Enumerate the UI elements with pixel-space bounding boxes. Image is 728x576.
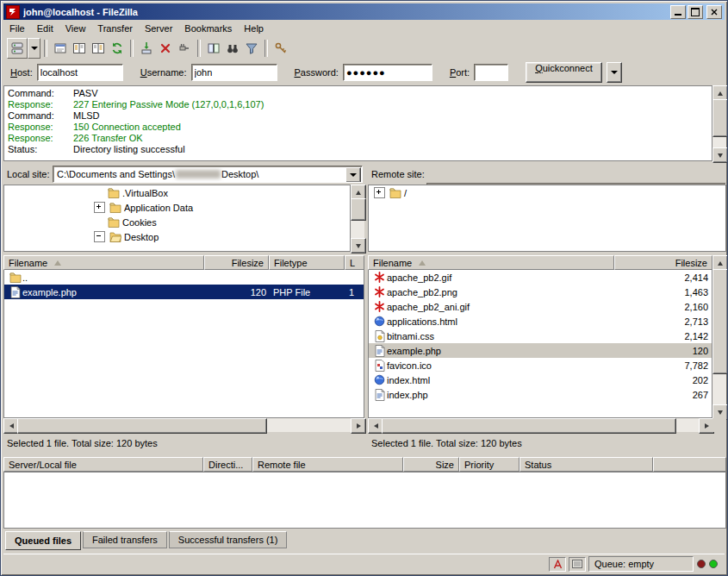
tree-item-application-data[interactable]: Application Data	[4, 200, 350, 215]
quickconnect-button[interactable]: Quickconnect	[526, 62, 602, 83]
username-input[interactable]	[191, 64, 277, 81]
title-bar[interactable]: john@localhost - FileZilla	[3, 3, 725, 20]
tab-successful-transfers[interactable]: Successful transfers (1)	[169, 531, 288, 548]
scrollbar-thumb[interactable]	[382, 418, 676, 434]
filter-button[interactable]	[242, 39, 261, 58]
host-input[interactable]	[37, 64, 123, 81]
file-row[interactable]: index.php 267	[369, 387, 712, 402]
tree-item-cookies[interactable]: Cookies	[4, 215, 350, 229]
file-row-selected[interactable]: example.php 120	[369, 343, 712, 358]
remote-list-hscrollbar[interactable]	[368, 418, 712, 432]
toggle-local-tree-button[interactable]	[70, 39, 89, 58]
scrollbar-thumb[interactable]	[17, 418, 267, 434]
menu-bar: File Edit View Transfer Server Bookmarks…	[3, 20, 725, 36]
tab-failed-transfers[interactable]: Failed transfers	[83, 531, 167, 548]
queue-header: Server/Local file Directi... Remote file…	[3, 457, 726, 472]
column-status[interactable]: Status	[520, 457, 653, 472]
close-button[interactable]	[706, 5, 722, 19]
port-input[interactable]	[474, 64, 508, 81]
scroll-down-button[interactable]	[712, 147, 728, 163]
remote-tree-icon	[91, 41, 105, 55]
filter-icon	[245, 41, 258, 55]
tab-queued-files[interactable]: Queued files	[5, 531, 81, 550]
local-tree-scrollbar[interactable]	[351, 185, 364, 252]
column-direction[interactable]: Directi...	[203, 457, 252, 472]
disconnect-button[interactable]	[175, 39, 194, 58]
column-filesize[interactable]: Filesize	[614, 255, 712, 270]
site-manager-button[interactable]	[7, 38, 28, 59]
column-server-local-file[interactable]: Server/Local file	[3, 457, 203, 472]
local-list-hscrollbar[interactable]	[3, 418, 364, 432]
menu-file[interactable]: File	[3, 22, 31, 35]
scroll-right-button[interactable]	[351, 418, 366, 434]
menu-server[interactable]: Server	[139, 22, 178, 35]
column-lastmodified[interactable]: L	[345, 255, 364, 270]
maximize-button[interactable]	[688, 5, 703, 19]
log-scrollbar[interactable]	[712, 85, 726, 161]
column-filename[interactable]: Filename	[368, 255, 614, 270]
disconnect-icon	[177, 41, 191, 55]
scrollbar-thumb[interactable]	[712, 269, 728, 374]
tree-item-virtualbox[interactable]: .VirtualBox	[4, 185, 350, 200]
folder-icon	[106, 187, 121, 198]
tree-item-desktop[interactable]: Desktop	[4, 229, 350, 244]
file-row[interactable]: applications.html 2,713	[369, 314, 712, 329]
image-file-icon	[372, 301, 387, 312]
combo-dropdown-button[interactable]	[345, 167, 361, 183]
menu-help[interactable]: Help	[238, 22, 270, 35]
scroll-down-button[interactable]	[351, 238, 366, 254]
column-filename[interactable]: Filename	[3, 255, 204, 270]
file-row[interactable]: apache_pb2_ani.gif 2,160	[369, 299, 712, 314]
file-row-parent[interactable]: ..	[4, 270, 364, 285]
collapse-icon[interactable]	[94, 231, 105, 242]
remote-list-vscrollbar[interactable]	[712, 255, 726, 418]
menu-view[interactable]: View	[59, 22, 92, 35]
log-line: Command:MLSD	[4, 110, 712, 122]
toggle-message-log-button[interactable]	[51, 39, 70, 58]
cancel-button[interactable]	[156, 39, 175, 58]
php-file-icon	[8, 286, 22, 298]
file-row[interactable]: favicon.ico 7,782	[369, 358, 712, 373]
file-row[interactable]: bitnami.css 2,142	[369, 329, 712, 343]
folder-icon	[108, 202, 122, 213]
file-row-selected[interactable]: example.php 120 PHP File 1	[4, 285, 364, 299]
column-filesize[interactable]: Filesize	[204, 255, 269, 270]
find-files-button[interactable]	[223, 39, 242, 58]
css-file-icon	[372, 330, 387, 342]
password-input[interactable]	[343, 64, 432, 81]
queue-status-panel: Queue: empty	[588, 556, 694, 572]
toolbar-separator	[44, 40, 47, 57]
minimize-button[interactable]	[670, 5, 686, 19]
expand-icon[interactable]	[374, 187, 385, 198]
local-site-combo[interactable]: C:\Documents and Settings\Desktop\	[53, 166, 363, 183]
menu-bookmarks[interactable]: Bookmarks	[178, 22, 238, 35]
menu-transfer[interactable]: Transfer	[91, 22, 139, 35]
tree-item-root[interactable]: /	[369, 185, 725, 200]
column-remote-file[interactable]: Remote file	[252, 457, 403, 472]
scrollbar-thumb[interactable]	[712, 99, 728, 137]
file-row[interactable]: apache_pb2.gif 2,414	[369, 270, 712, 285]
html-file-icon	[372, 374, 387, 385]
expand-icon[interactable]	[94, 202, 105, 213]
column-filetype[interactable]: Filetype	[269, 255, 345, 270]
directory-comparison-button[interactable]	[204, 39, 223, 58]
process-queue-button[interactable]	[137, 39, 156, 58]
log-line: Response:150 Connection accepted	[4, 122, 712, 133]
refresh-button[interactable]	[108, 39, 127, 58]
menu-edit[interactable]: Edit	[31, 22, 59, 35]
toggle-remote-tree-button[interactable]	[89, 39, 108, 58]
file-row[interactable]: index.html 202	[369, 373, 712, 387]
synchronized-browsing-button[interactable]	[271, 39, 290, 58]
site-manager-dropdown[interactable]	[28, 38, 40, 59]
queue-list[interactable]	[3, 472, 726, 529]
quickconnect-dropdown[interactable]	[607, 62, 622, 83]
arrow-left-icon	[9, 423, 14, 429]
toolbar-separator	[197, 40, 201, 57]
window-title: john@localhost - FileZilla	[23, 7, 669, 17]
column-size[interactable]: Size	[403, 457, 459, 472]
filezilla-window: john@localhost - FileZilla File Edit Vie…	[0, 0, 728, 576]
column-priority[interactable]: Priority	[459, 457, 520, 472]
file-row[interactable]: apache_pb2.png 1,463	[369, 285, 712, 299]
scrollbar-thumb[interactable]	[351, 198, 366, 221]
image-file-icon	[372, 272, 387, 283]
